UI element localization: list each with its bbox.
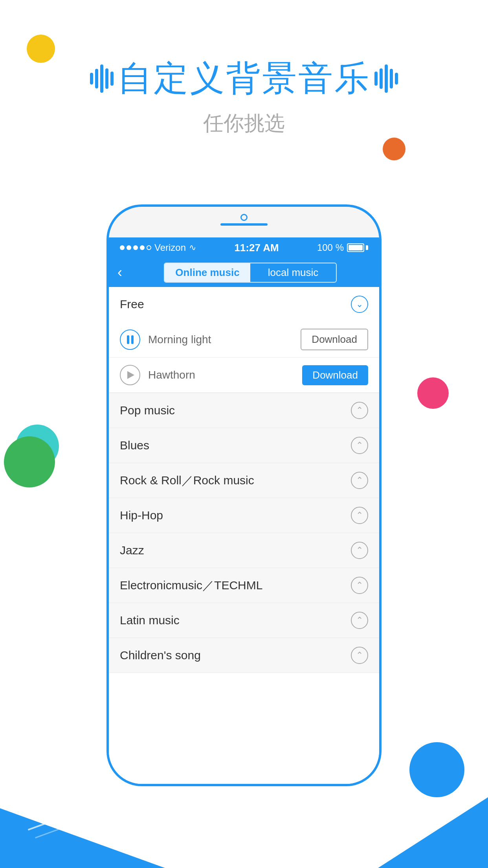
download-button-hawthorn[interactable]: Download bbox=[302, 365, 368, 385]
sound-wave-right bbox=[374, 61, 398, 96]
battery-bar bbox=[347, 243, 364, 252]
section-label-childrens-song: Children's song bbox=[120, 649, 201, 662]
sound-wave-left bbox=[90, 61, 114, 96]
section-free: Free ⌄ Morning light Download bbox=[109, 287, 379, 393]
tab-online-music[interactable]: Online music bbox=[165, 263, 250, 282]
green-circle-decoration bbox=[4, 436, 55, 487]
chevron-down-icon[interactable]: ⌄ bbox=[351, 296, 368, 313]
song-name-morning-light: Morning light bbox=[148, 333, 293, 346]
blue-large-circle-decoration bbox=[409, 742, 464, 797]
section-label-blues: Blues bbox=[120, 439, 149, 452]
subtitle-text: 任你挑选 bbox=[0, 110, 488, 137]
section-jazz: Jazz ⌃ bbox=[109, 533, 379, 568]
chevron-up-icon-jazz[interactable]: ⌃ bbox=[351, 542, 368, 559]
battery-percent: 100 % bbox=[317, 242, 344, 253]
section-header-electronic[interactable]: Electronicmusic／TECHML ⌃ bbox=[109, 568, 379, 603]
section-electronic: Electronicmusic／TECHML ⌃ bbox=[109, 568, 379, 603]
music-list: Free ⌄ Morning light Download bbox=[109, 287, 379, 784]
section-latin: Latin music ⌃ bbox=[109, 603, 379, 638]
tab-group: Online music local music bbox=[164, 263, 337, 283]
section-header-pop-music[interactable]: Pop music ⌃ bbox=[109, 393, 379, 428]
pink-circle-decoration bbox=[417, 377, 449, 409]
pause-icon bbox=[127, 335, 134, 344]
chevron-up-icon-latin[interactable]: ⌃ bbox=[351, 612, 368, 629]
play-button-hawthorn[interactable] bbox=[120, 365, 140, 385]
song-name-hawthorn: Hawthorn bbox=[148, 369, 294, 381]
signal-dots bbox=[120, 245, 151, 250]
section-header-latin[interactable]: Latin music ⌃ bbox=[109, 603, 379, 638]
signal-dot-4 bbox=[140, 245, 145, 250]
chevron-up-icon-hiphop[interactable]: ⌃ bbox=[351, 507, 368, 524]
pause-bar-2 bbox=[131, 335, 134, 344]
chevron-up-icon-childrens[interactable]: ⌃ bbox=[351, 647, 368, 664]
pause-button-morning-light[interactable] bbox=[120, 329, 140, 350]
phone-mockup: Verizon ∿ 11:27 AM 100 % ‹ Online music … bbox=[106, 204, 382, 786]
section-header-rock[interactable]: Rock & Roll／Rock music ⌃ bbox=[109, 463, 379, 498]
section-header-childrens-song[interactable]: Children's song ⌃ bbox=[109, 638, 379, 673]
status-time: 11:27 AM bbox=[234, 242, 279, 254]
section-label-latin: Latin music bbox=[120, 614, 180, 627]
chevron-up-icon-electronic[interactable]: ⌃ bbox=[351, 577, 368, 594]
carrier-name: Verizon bbox=[154, 242, 186, 253]
section-label-pop-music: Pop music bbox=[120, 404, 175, 417]
battery-icon bbox=[347, 243, 368, 252]
status-right: 100 % bbox=[317, 242, 368, 253]
phone-camera bbox=[240, 214, 248, 221]
section-header-free[interactable]: Free ⌄ bbox=[109, 287, 379, 322]
section-childrens-song: Children's song ⌃ bbox=[109, 638, 379, 673]
signal-dot-2 bbox=[127, 245, 131, 250]
signal-dot-1 bbox=[120, 245, 125, 250]
song-row-hawthorn: Hawthorn Download bbox=[109, 358, 379, 393]
chevron-up-icon-pop[interactable]: ⌃ bbox=[351, 402, 368, 419]
status-bar: Verizon ∿ 11:27 AM 100 % bbox=[109, 237, 379, 258]
section-header-blues[interactable]: Blues ⌃ bbox=[109, 428, 379, 463]
signal-dot-5 bbox=[147, 245, 151, 250]
section-label-free: Free bbox=[120, 298, 144, 311]
signal-dot-3 bbox=[133, 245, 138, 250]
back-button[interactable]: ‹ bbox=[117, 265, 122, 280]
download-button-morning-light[interactable]: Download bbox=[301, 329, 368, 350]
battery-fill bbox=[349, 245, 363, 250]
status-left: Verizon ∿ bbox=[120, 242, 196, 253]
phone-screen: Verizon ∿ 11:27 AM 100 % ‹ Online music … bbox=[106, 204, 382, 786]
tab-local-music[interactable]: local music bbox=[250, 263, 336, 282]
battery-tip bbox=[366, 245, 368, 250]
chevron-up-icon-blues[interactable]: ⌃ bbox=[351, 437, 368, 454]
section-label-electronic: Electronicmusic／TECHML bbox=[120, 577, 262, 594]
play-triangle-icon bbox=[127, 371, 134, 379]
header-area: 自定义背景音乐 任你挑选 bbox=[0, 55, 488, 137]
section-header-hiphop[interactable]: Hip-Hop ⌃ bbox=[109, 498, 379, 533]
section-header-jazz[interactable]: Jazz ⌃ bbox=[109, 533, 379, 568]
section-pop-music: Pop music ⌃ bbox=[109, 393, 379, 428]
phone-speaker bbox=[220, 223, 268, 226]
pause-bar-1 bbox=[127, 335, 129, 344]
wifi-icon: ∿ bbox=[189, 243, 196, 253]
section-label-rock: Rock & Roll／Rock music bbox=[120, 473, 254, 489]
phone-top-bar bbox=[220, 214, 268, 226]
section-rock: Rock & Roll／Rock music ⌃ bbox=[109, 463, 379, 498]
section-label-jazz: Jazz bbox=[120, 544, 144, 557]
section-hiphop: Hip-Hop ⌃ bbox=[109, 498, 379, 533]
main-title-text: 自定义背景音乐 bbox=[117, 55, 371, 102]
nav-bar: ‹ Online music local music bbox=[109, 258, 379, 287]
section-blues: Blues ⌃ bbox=[109, 428, 379, 463]
section-label-hiphop: Hip-Hop bbox=[120, 509, 163, 522]
chevron-up-icon-rock[interactable]: ⌃ bbox=[351, 472, 368, 489]
song-row-morning-light: Morning light Download bbox=[109, 322, 379, 358]
white-line-2 bbox=[35, 794, 154, 838]
orange-circle-decoration bbox=[383, 138, 405, 160]
main-title: 自定义背景音乐 bbox=[0, 55, 488, 102]
